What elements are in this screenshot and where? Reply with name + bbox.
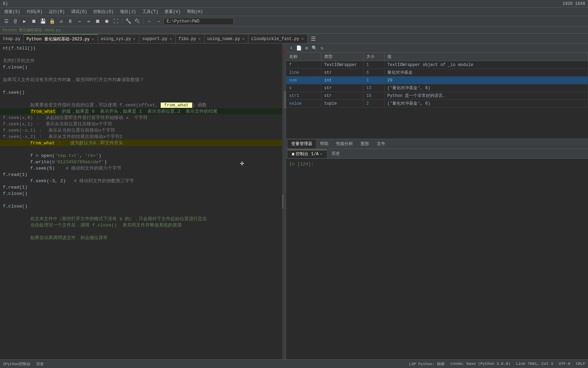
var-cell-value-type: tuple xyxy=(321,100,363,107)
var-cell-s-value: ('量化对冲基金', 6) xyxy=(385,84,588,92)
var-table-header: 名称 类型 大小 值 xyxy=(286,53,588,61)
toolbar-plug[interactable]: 🔌 xyxy=(133,17,141,26)
var-row-s[interactable]: s str 13 ('量化对冲基金', 6) xyxy=(286,84,588,92)
status-bar: IPython控制台 历史 LSP Python: 就绪 conda: base… xyxy=(0,359,588,368)
line-8-text: f.seek() xyxy=(0,90,25,95)
console-area[interactable]: In [124]: xyxy=(286,159,588,359)
var-tab-help[interactable]: 帮助 xyxy=(316,140,332,148)
toolbar-stop-btn[interactable]: ⏹ xyxy=(29,17,38,26)
menu-project[interactable]: 项目(J) xyxy=(117,8,139,15)
menu-help[interactable]: 帮助(H) xyxy=(184,8,206,15)
var-cell-line-size: 6 xyxy=(363,69,385,76)
tabs-menu-btn[interactable]: ☰ xyxy=(309,35,318,43)
menu-search[interactable]: 搜索(S) xyxy=(1,8,23,15)
tabs-bar: teap.py Python 量化编程基础-2023.py ✕ using_sy… xyxy=(0,34,588,44)
line-8: f.seek() xyxy=(0,89,286,96)
menu-view[interactable]: 查看(V) xyxy=(162,8,183,15)
var-tab-file[interactable]: 文件 xyxy=(373,140,389,148)
bottom-tab-console[interactable]: ▣ 控制台 1/A ✕ xyxy=(288,150,327,158)
tab-support[interactable]: support.py ✕ xyxy=(139,34,176,43)
var-tab-perf[interactable]: 性能分析 xyxy=(333,140,356,148)
line-1: nt(f.tell()) xyxy=(0,45,286,51)
tab-teap[interactable]: teap.py xyxy=(0,34,24,43)
toolbar-step2-btn[interactable]: ⇥ xyxy=(84,17,93,26)
toolbar-run-btn[interactable]: ▶ xyxy=(20,17,29,26)
var-panel-file-icon[interactable]: 📄 xyxy=(295,45,302,52)
var-cell-num-value: 29 xyxy=(385,77,588,84)
resolution-text: 1920 1048 xyxy=(562,1,585,6)
tab-using-name[interactable]: using_name.py ✕ xyxy=(205,34,248,43)
line-1-text: nt(f.tell()) xyxy=(0,46,36,51)
line-4: f.close() xyxy=(0,64,286,70)
toolbar-refresh-btn[interactable]: ↺ xyxy=(57,17,65,26)
toolbar-back[interactable]: ← xyxy=(145,17,154,26)
console-tab-label: 控制台 1/A xyxy=(296,151,319,157)
editor-scrollbar-thumb[interactable] xyxy=(284,91,286,109)
var-panel-download-icon[interactable]: ⬇ xyxy=(288,45,295,52)
tab-support-close[interactable]: ✕ xyxy=(169,37,173,41)
toolbar-pause-btn[interactable]: ⏸ xyxy=(66,17,74,26)
line-seek1: f.seek(x,1) ： 表示从当前位置往后移动x个字符 xyxy=(0,121,286,127)
bottom-tab-history[interactable]: 历史 xyxy=(327,150,344,158)
toolbar-stop2-btn[interactable]: ⏹ xyxy=(93,17,102,26)
bottom-section: ▣ 控制台 1/A ✕ 历史 In [124]: xyxy=(286,149,588,359)
var-panel-refresh-icon[interactable]: ↻ xyxy=(319,45,326,52)
var-row-line[interactable]: line str 6 量化对冲基金 xyxy=(286,69,588,77)
toolbar-hamburger[interactable]: ☰ xyxy=(2,17,11,26)
var-cell-value-name: value xyxy=(286,100,321,107)
menu-debug[interactable]: 调试(D) xyxy=(68,8,90,15)
menu-run[interactable]: 运行(R) xyxy=(46,8,68,15)
toolbar-save-btn[interactable]: 💾 xyxy=(39,17,47,26)
menu-code[interactable]: 代码(R) xyxy=(24,8,46,15)
toolbar-forward[interactable]: → xyxy=(154,17,163,26)
var-cell-f-type: TextIOWrapper xyxy=(321,61,363,68)
var-tab-manager[interactable]: 变量管理器 xyxy=(288,140,316,148)
var-header-size: 大小 xyxy=(363,53,385,61)
tab-cloudpickle-label: cloudpickle_fast.py xyxy=(251,37,299,41)
var-panel-search-icon[interactable]: 🔍 xyxy=(311,45,318,52)
editor-minimap-thumb[interactable] xyxy=(282,195,283,209)
status-position: Line 7081, Col 3 xyxy=(516,362,553,366)
toolbar-step-btn[interactable]: ⇢ xyxy=(75,17,83,26)
var-row-value[interactable]: value tuple 2 ('量化对冲基金', 6) xyxy=(286,100,588,107)
var-row-num[interactable]: num int 1 29 xyxy=(286,77,588,84)
line-seek-x1: f.seek(-x,1) ： 表示从当前位置往前移动x个字符 xyxy=(0,127,286,133)
var-header-name: 名称 xyxy=(286,53,321,61)
tab-fibo-close[interactable]: ✕ xyxy=(198,37,201,41)
tab-fibo[interactable]: fibo.py ✕ xyxy=(176,34,205,43)
tab-cloudpickle-close[interactable]: ✕ xyxy=(301,37,305,41)
var-row-str1[interactable]: str1 str 18 Python 是一个非常好的语言。 xyxy=(286,92,588,100)
var-panel-filter-icon[interactable]: ⚙ xyxy=(303,45,310,52)
toolbar-rec-btn[interactable]: ⏺ xyxy=(102,17,111,26)
tab-using-sys-close[interactable]: ✕ xyxy=(133,37,136,41)
tab-using-name-label: using_name.py xyxy=(207,37,240,41)
toolbar-wrench[interactable]: 🔧 xyxy=(124,17,132,26)
toolbar-lock-btn[interactable]: 🔒 xyxy=(48,17,56,26)
editor-content[interactable]: nt(f.tell()) 关闭打开的文件 f.close() 如果写入文件后没有… xyxy=(0,44,286,359)
console-tab-close[interactable]: ✕ xyxy=(320,152,322,156)
var-tab-graph[interactable]: 图形 xyxy=(357,140,373,148)
tab-quantitative-close[interactable]: ✕ xyxy=(91,37,95,41)
menu-tools[interactable]: 工具(T) xyxy=(140,8,161,15)
right-panel: ⬇ 📄 ⚙ 🔍 ↻ 名称 类型 大小 值 f TextIOWrapper 1 T… xyxy=(286,44,588,359)
toolbar-at[interactable]: @ xyxy=(11,17,20,26)
tab-support-label: support.py xyxy=(142,37,167,41)
var-cell-line-value: 量化对冲基金 xyxy=(385,69,588,76)
line-read2-text: f.read(1) xyxy=(0,185,27,190)
var-row-f[interactable]: f TextIOWrapper 1 TextIOWrapper object o… xyxy=(286,61,588,69)
var-cell-num-type: int xyxy=(321,77,363,84)
editor-scrollbar[interactable] xyxy=(283,44,286,359)
status-ipython[interactable]: IPython控制台 xyxy=(3,361,31,367)
tab-cloudpickle[interactable]: cloudpickle_fast.py ✕ xyxy=(248,34,307,43)
line-3-text: 关闭打开的文件 xyxy=(0,58,35,64)
line-exception-note-text: 如果尝试再调用该文件，则会抛出异常 xyxy=(0,229,108,246)
tab-using-name-close[interactable]: ✕ xyxy=(241,37,245,41)
tab-using-sys[interactable]: using_sys.py ✕ xyxy=(98,34,139,43)
menu-console[interactable]: 控制台(O) xyxy=(91,8,116,15)
var-cell-line-name: line xyxy=(286,69,321,76)
toolbar-expand-btn[interactable]: ⛶ xyxy=(112,17,120,26)
line-seek0: f.seek(x,0) ： 从起始位置即文件首行首字符开始移动 x 个字符 xyxy=(0,114,286,121)
status-history[interactable]: 历史 xyxy=(36,361,44,367)
toolbar: ☰ @ ▶ ⏹ 💾 🔒 ↺ ⏸ ⇢ ⇥ ⏹ ⏺ ⛶ 🔧 🔌 ← → E:\Pyt… xyxy=(0,16,588,27)
tab-quantitative[interactable]: Python 量化编程基础-2023.py ✕ xyxy=(24,34,98,43)
